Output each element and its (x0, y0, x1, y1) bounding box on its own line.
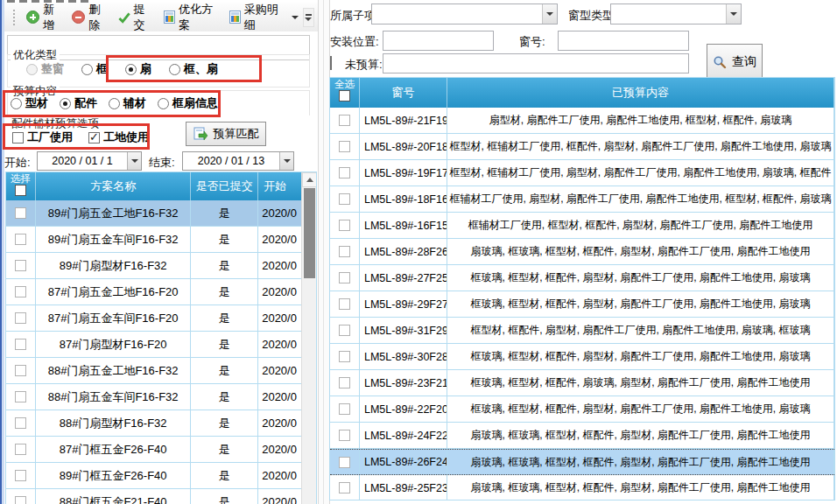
optimize-plan-button[interactable]: 优化方案 (159, 0, 225, 36)
table-row[interactable]: 88#门扇型材F16-F32是2020/0 (6, 410, 316, 437)
table-row[interactable]: LM5L-89#-29F27框玻璃, 框型材, 框配件, 扇型材, 扇配件工厂使… (330, 291, 834, 318)
end-date-picker[interactable]: 2020 / 01 / 13 (182, 151, 294, 171)
row-checkbox[interactable] (15, 470, 26, 481)
row-checkbox[interactable] (15, 417, 26, 429)
row-checkbox[interactable] (339, 377, 350, 388)
sub-item-combo[interactable] (371, 4, 558, 24)
plan-select-all-checkbox[interactable] (15, 185, 26, 196)
plan-select-header: 选择 (6, 172, 36, 200)
table-row[interactable]: LM5L-89#-31F29框型材, 框配件, 扇型材, 扇配件工厂使用, 扇配… (330, 318, 834, 344)
table-row[interactable]: 88#门扇五金工地F16-F32是2020/0 (6, 358, 316, 384)
row-checkbox[interactable] (339, 220, 350, 231)
row-checkbox[interactable] (15, 444, 26, 455)
toolbar-overflow-button[interactable] (303, 8, 314, 27)
radio-option[interactable]: 辅材 (109, 95, 146, 111)
not-budgeted-input[interactable] (383, 53, 689, 74)
row-checkbox[interactable] (339, 403, 350, 415)
table-row[interactable]: LM5L-89#-25F23扇玻璃, 框玻璃, 框型材, 框配件, 扇型材, 扇… (330, 475, 834, 500)
table-row[interactable]: 89#门扇五金车间F16-F32是2020/0 (6, 227, 316, 253)
radio-option[interactable]: 框、扇 (169, 61, 218, 77)
start-date-dropdown-icon[interactable] (127, 152, 141, 170)
row-checkbox[interactable] (15, 286, 26, 298)
row-checkbox[interactable] (339, 298, 350, 310)
table-row[interactable]: LM5L-89#-28F26扇玻璃, 框玻璃, 框型材, 框配件, 扇型材, 扇… (330, 239, 834, 265)
checkbox-option[interactable]: 工地使用 (88, 130, 149, 145)
checkbox-option[interactable]: 工厂使用 (12, 130, 73, 145)
radio-option[interactable]: 框 (81, 61, 108, 77)
select-all-checkbox[interactable] (339, 90, 350, 102)
row-checkbox[interactable] (15, 207, 26, 219)
budget-match-button[interactable]: 预算匹配 (186, 122, 266, 146)
row-checkbox[interactable] (339, 482, 350, 494)
row-checkbox[interactable] (339, 115, 350, 126)
row-checkbox[interactable] (15, 312, 26, 324)
sub-item-dropdown-icon[interactable] (542, 4, 557, 24)
toolbar-grip[interactable] (13, 10, 16, 25)
row-checkbox[interactable] (339, 457, 350, 468)
panel-splitter[interactable] (318, 0, 330, 504)
submit-button[interactable]: 提交 (114, 0, 159, 36)
end-date-dropdown-icon[interactable] (279, 152, 293, 170)
table-row[interactable]: LM5L-89#-20F18框型材, 框辅材工厂使用, 框配件, 扇型材, 扇配… (330, 134, 834, 160)
start-date-picker[interactable]: 2020 / 01 / 1 (37, 151, 142, 171)
row-checkbox[interactable] (15, 339, 26, 350)
row-checkbox[interactable] (339, 351, 350, 362)
radio-option[interactable]: 型材 (11, 95, 48, 111)
window-no-input[interactable] (558, 31, 689, 51)
radio-control[interactable] (81, 64, 93, 75)
table-row[interactable]: LM5L-89#-16F15框辅材工厂使用, 框型材, 框配件, 扇型材, 扇配… (330, 213, 834, 239)
radio-control[interactable] (125, 64, 137, 75)
row-checkbox[interactable] (15, 496, 26, 504)
radio-control[interactable] (169, 64, 180, 75)
table-row[interactable]: 87#门扇五金车间F16-F20是2020/0 (6, 305, 316, 332)
scrollbar-up-button[interactable] (302, 172, 317, 187)
table-row[interactable]: 87#门扇型材F16-F20是2020/0 (6, 332, 316, 358)
radio-control[interactable] (109, 98, 120, 109)
plan-table-scrollbar[interactable] (301, 172, 316, 504)
row-checkbox[interactable] (339, 430, 350, 441)
table-row[interactable]: 89#门框五金F26-F40是2020/0 (6, 463, 316, 489)
purchase-detail-button[interactable]: 采购明细 (225, 0, 303, 36)
table-row[interactable]: LM5L-89#-26F24扇玻璃, 框玻璃, 框型材, 框配件, 扇型材, 扇… (330, 449, 834, 475)
row-checkbox[interactable] (339, 167, 350, 178)
table-row[interactable]: LM5L-89#-23F21框玻璃, 框型材, 框配件, 扇玻璃, 扇型材, 扇… (330, 370, 834, 396)
table-row[interactable]: LM5L-89#-19F17框型材, 框辅材工厂使用, 扇型材, 扇配件工厂使用… (330, 160, 834, 186)
table-row[interactable]: 89#门扇型材F16-F32是2020/0 (6, 253, 316, 279)
row-checkbox[interactable] (339, 141, 350, 152)
radio-option[interactable]: 框扇信息 (158, 95, 218, 111)
row-checkbox[interactable] (15, 391, 26, 402)
table-row[interactable]: 89#门扇五金工地F16-F32是2020/0 (6, 200, 316, 227)
table-row[interactable]: LM5L-89#-21F19扇型材, 扇配件工厂使用, 扇配件工地使用, 框型材… (330, 108, 834, 134)
row-checkbox[interactable] (339, 325, 350, 336)
scrollbar-thumb[interactable] (304, 188, 315, 278)
table-row[interactable]: 87#门框五金F26-F40是2020/0 (6, 437, 316, 463)
radio-control[interactable] (11, 98, 22, 109)
table-row[interactable]: 88#门框五金F21-F40是2020/0 (6, 489, 316, 504)
radio-control[interactable] (158, 98, 169, 109)
window-type-combo[interactable] (610, 4, 742, 24)
row-checkbox[interactable] (15, 234, 26, 245)
checkbox-control[interactable] (12, 132, 24, 144)
table-row[interactable]: LM5L-89#-27F25框玻璃, 框型材, 框配件, 扇型材, 扇配件工厂使… (330, 265, 834, 291)
table-row[interactable]: 87#门扇五金工地F16-F20是2020/0 (6, 279, 316, 305)
row-checkbox[interactable] (15, 365, 26, 376)
radio-option[interactable]: 扇 (125, 61, 151, 77)
table-row[interactable]: LM5L-89#-22F20框玻璃, 框型材, 框配件, 扇型材, 扇配件工厂使… (330, 396, 834, 423)
radio-control[interactable] (60, 98, 71, 109)
install-position-input[interactable] (383, 31, 494, 51)
table-row[interactable]: LM5L-89#-18F16框辅材工厂使用, 扇型材, 扇配件工厂使用, 扇配件… (330, 186, 834, 213)
table-row[interactable]: LM5L-89#-30F28框玻璃, 框型材, 框配件, 扇型材, 扇配件工厂使… (330, 344, 834, 370)
row-checkbox[interactable] (339, 193, 350, 205)
checkbox-control[interactable] (88, 132, 100, 144)
table-row[interactable]: LM5L-89#-24F22扇玻璃, 框玻璃, 框型材, 框配件, 扇型材, 扇… (330, 423, 834, 449)
table-row[interactable]: 88#门扇五金车间F16-F32是2020/0 (6, 384, 316, 410)
query-button[interactable]: 查询 (707, 44, 763, 80)
radio-option[interactable]: 配件 (60, 95, 97, 111)
delete-button[interactable]: 删除 (67, 0, 113, 36)
add-button[interactable]: 新增 (22, 0, 67, 36)
row-checkbox[interactable] (339, 246, 350, 257)
not-budgeted-checkbox[interactable] (330, 56, 332, 70)
window-type-dropdown-icon[interactable] (726, 4, 741, 24)
row-checkbox[interactable] (339, 272, 350, 284)
row-checkbox[interactable] (15, 260, 26, 271)
